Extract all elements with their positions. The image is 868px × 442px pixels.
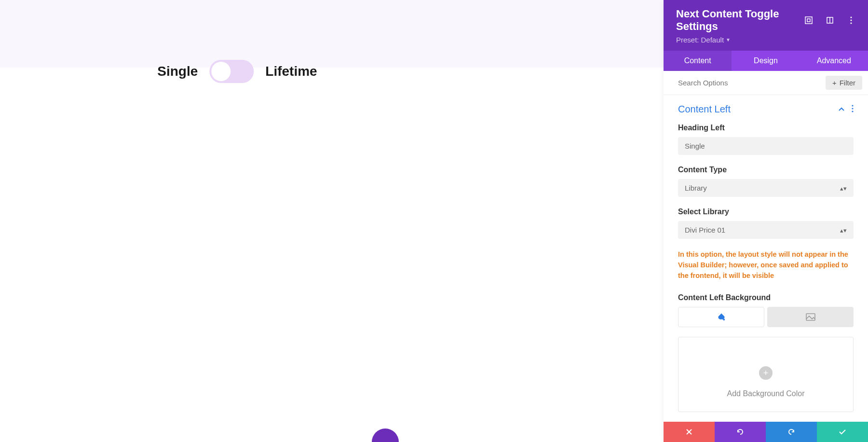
footer-actions: [664, 422, 868, 442]
close-icon: [686, 428, 692, 435]
filter-button[interactable]: + Filter: [826, 76, 862, 90]
svg-point-7: [852, 105, 853, 106]
section-header-icons: [838, 105, 854, 114]
add-background-label: Add Background Color: [727, 389, 805, 398]
svg-point-5: [850, 19, 852, 21]
toggle-label-left: Single: [157, 64, 198, 79]
paint-bucket-icon: [717, 313, 726, 321]
plus-icon: +: [832, 79, 837, 87]
search-row: + Filter: [664, 71, 868, 95]
background-color-box: + Add Background Color: [678, 337, 854, 412]
bg-tabs: [678, 307, 854, 327]
expand-icon[interactable]: [804, 16, 813, 25]
panel-header: Next Content Toggle Settings: [664, 0, 868, 51]
more-options-icon[interactable]: [852, 105, 854, 114]
settings-panel: Next Content Toggle Settings: [664, 0, 868, 442]
select-library-label: Select Library: [678, 207, 854, 216]
preset-row[interactable]: Preset: Default ▼: [676, 36, 855, 44]
toggle-label-right: Lifetime: [265, 64, 317, 79]
tab-advanced[interactable]: Advanced: [800, 51, 868, 71]
toggle-knob: [211, 62, 231, 81]
cancel-button[interactable]: [664, 422, 715, 442]
svg-rect-0: [805, 17, 812, 24]
content-left-bg-label: Content Left Background: [678, 293, 854, 302]
content-type-label: Content Type: [678, 166, 854, 174]
panel-title: Next Content Toggle Settings: [676, 8, 804, 33]
section-header[interactable]: Content Left: [678, 104, 854, 115]
toggle-switch[interactable]: [209, 60, 254, 83]
search-input[interactable]: [678, 79, 826, 87]
preset-value: Default: [701, 36, 724, 44]
content-type-value: Library: [678, 179, 854, 197]
redo-icon: [787, 428, 796, 436]
preset-label: Preset:: [676, 36, 699, 44]
library-warning: In this option, the layout style will no…: [678, 249, 854, 281]
chevron-up-icon[interactable]: [838, 105, 845, 114]
header-icons: [804, 16, 855, 25]
svg-point-4: [850, 16, 852, 18]
chevron-down-icon: ▼: [726, 37, 731, 42]
section-title: Content Left: [678, 104, 731, 115]
svg-point-9: [852, 110, 853, 112]
add-background-button[interactable]: +: [759, 366, 773, 380]
bg-tab-color[interactable]: [678, 307, 764, 327]
content-toggle: Single Lifetime: [157, 60, 317, 83]
panel-title-row: Next Content Toggle Settings: [676, 8, 855, 33]
heading-left-input[interactable]: [678, 137, 854, 155]
preview-area: Single Lifetime: [0, 0, 475, 442]
select-library-value: Divi Price 01: [678, 221, 854, 239]
more-options-icon[interactable]: [847, 16, 855, 25]
svg-point-6: [850, 22, 852, 24]
save-button[interactable]: [817, 422, 868, 442]
redo-button[interactable]: [766, 422, 817, 442]
check-icon: [839, 428, 846, 435]
select-library-select[interactable]: Divi Price 01 ▴▾: [678, 221, 854, 239]
svg-point-10: [723, 319, 725, 321]
snap-icon[interactable]: [826, 16, 834, 25]
svg-point-8: [852, 108, 853, 109]
image-icon: [806, 313, 815, 321]
bg-tab-image[interactable]: [767, 307, 854, 327]
tab-content[interactable]: Content: [664, 51, 732, 71]
settings-tabs: Content Design Advanced: [664, 51, 868, 71]
undo-button[interactable]: [715, 422, 766, 442]
tab-design[interactable]: Design: [732, 51, 800, 71]
panel-body: + Filter Content Left: [664, 71, 868, 422]
undo-icon: [736, 428, 745, 436]
svg-rect-1: [807, 19, 810, 22]
content-type-select[interactable]: Library ▴▾: [678, 179, 854, 197]
filter-label: Filter: [840, 79, 855, 87]
heading-left-label: Heading Left: [678, 124, 854, 132]
content-left-section: Content Left Heading Left Co: [664, 95, 868, 415]
